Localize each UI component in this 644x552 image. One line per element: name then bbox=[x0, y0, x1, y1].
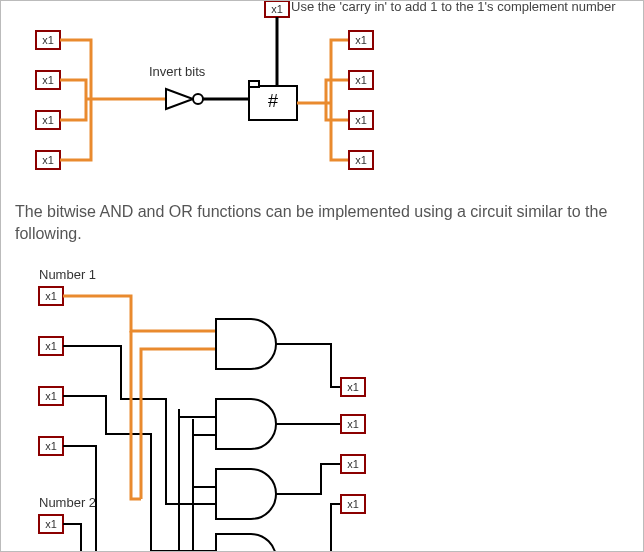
svg-text:x1: x1 bbox=[271, 3, 283, 15]
input-port-0: x1 bbox=[36, 31, 60, 49]
page: Use the 'carry in' to add 1 to the 1's c… bbox=[0, 0, 644, 552]
output-port-1: x1 bbox=[349, 71, 373, 89]
bus-in-1 bbox=[60, 80, 86, 99]
carry-in-annotation: Use the 'carry in' to add 1 to the 1's c… bbox=[291, 1, 616, 14]
svg-text:x1: x1 bbox=[355, 154, 367, 166]
output-port-3: x1 bbox=[349, 151, 373, 169]
n1-port-2: x1 bbox=[39, 387, 63, 405]
n1-port-3: x1 bbox=[39, 437, 63, 455]
svg-text:x1: x1 bbox=[45, 390, 57, 402]
diagram-bitwise-and-or: Number 1 x1 x1 x1 x1 Number 2 x1 bbox=[1, 259, 644, 552]
n2-port-0: x1 bbox=[39, 515, 63, 533]
output-port-2: x1 bbox=[349, 111, 373, 129]
svg-text:x1: x1 bbox=[42, 34, 54, 46]
n1-port-0: x1 bbox=[39, 287, 63, 305]
and-gate-3 bbox=[216, 534, 276, 552]
and-gate-1 bbox=[216, 399, 276, 449]
bus-in-2 bbox=[60, 99, 86, 120]
bus-out-1 bbox=[326, 80, 349, 103]
out-port-2: x1 bbox=[341, 455, 365, 473]
svg-text:x1: x1 bbox=[45, 518, 57, 530]
input-port-1: x1 bbox=[36, 71, 60, 89]
number2-label: Number 2 bbox=[39, 495, 96, 510]
bus-out-2 bbox=[326, 103, 349, 120]
invert-bits-label: Invert bits bbox=[149, 64, 206, 79]
svg-text:x1: x1 bbox=[45, 340, 57, 352]
out-wire-2 bbox=[276, 464, 341, 494]
input-port-3: x1 bbox=[36, 151, 60, 169]
svg-text:x1: x1 bbox=[355, 114, 367, 126]
svg-text:x1: x1 bbox=[45, 290, 57, 302]
svg-text:#: # bbox=[268, 91, 278, 111]
svg-rect-13 bbox=[249, 81, 259, 87]
out-wire-0 bbox=[276, 344, 341, 387]
carry-in-port: x1 bbox=[265, 1, 289, 17]
n2-wire-a bbox=[63, 524, 81, 552]
adder-block: # bbox=[249, 81, 297, 120]
svg-text:x1: x1 bbox=[347, 418, 359, 430]
svg-text:x1: x1 bbox=[355, 34, 367, 46]
bus-out-0 bbox=[331, 40, 349, 103]
svg-text:x1: x1 bbox=[45, 440, 57, 452]
and-gate-2 bbox=[216, 469, 276, 519]
svg-text:x1: x1 bbox=[42, 154, 54, 166]
n1-wire-a-top bbox=[63, 296, 216, 331]
input-port-2: x1 bbox=[36, 111, 60, 129]
out-port-1: x1 bbox=[341, 415, 365, 433]
svg-marker-10 bbox=[166, 89, 193, 109]
svg-point-11 bbox=[193, 94, 203, 104]
n1-port-1: x1 bbox=[39, 337, 63, 355]
bus-out-3 bbox=[331, 103, 349, 160]
out-port-0: x1 bbox=[341, 378, 365, 396]
bridge-paragraph: The bitwise AND and OR functions can be … bbox=[15, 201, 615, 244]
and-gate-0 bbox=[216, 319, 276, 369]
out-wire-3 bbox=[276, 504, 341, 552]
svg-text:x1: x1 bbox=[347, 381, 359, 393]
inverter-gate bbox=[166, 89, 203, 109]
out-port-3: x1 bbox=[341, 495, 365, 513]
svg-text:x1: x1 bbox=[355, 74, 367, 86]
svg-text:x1: x1 bbox=[347, 458, 359, 470]
number1-label: Number 1 bbox=[39, 267, 96, 282]
svg-text:x1: x1 bbox=[347, 498, 359, 510]
svg-text:x1: x1 bbox=[42, 114, 54, 126]
svg-text:x1: x1 bbox=[42, 74, 54, 86]
output-port-0: x1 bbox=[349, 31, 373, 49]
diagram-twos-complement: Use the 'carry in' to add 1 to the 1's c… bbox=[1, 1, 644, 181]
